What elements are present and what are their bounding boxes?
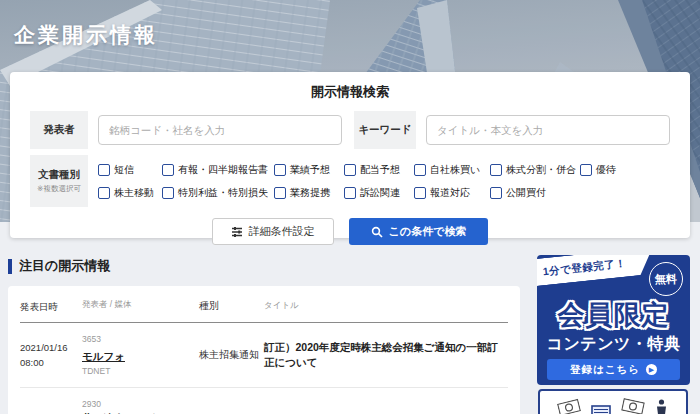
- doc-type-option-label: 短信: [114, 163, 134, 177]
- row-publisher: 3653モルフォTDNET: [82, 333, 199, 377]
- table-row: 2021/01/1419:002930北の達人コーポレーションTDNET英文No…: [20, 388, 508, 414]
- doc-type-checkbox[interactable]: [274, 187, 286, 199]
- search-panel-title: 開示情報検索: [10, 83, 690, 101]
- section-title-bar: [8, 259, 12, 274]
- banner-subheadline: コンテンツ・特典: [537, 334, 690, 355]
- doc-type-option[interactable]: 業績予想: [274, 163, 344, 177]
- company-link[interactable]: モルフォ: [82, 349, 125, 365]
- keyword-label: キーワード: [354, 111, 416, 149]
- banknote-icon: [557, 399, 581, 414]
- stock-code: 2930: [82, 398, 193, 411]
- row-publisher: 2930北の達人コーポレーションTDNET: [82, 398, 199, 414]
- doc-type-option[interactable]: 特別利益・特別損失: [162, 186, 274, 200]
- search-actions: 詳細条件設定 この条件で検索: [10, 218, 690, 245]
- featured-section: 注目の開示情報 発表日時 発表者 / 媒体 種別 タイトル 2021/01/16…: [8, 257, 520, 414]
- doc-type-option[interactable]: 株式分割・併合: [490, 163, 580, 177]
- doc-type-checkbox[interactable]: [98, 187, 110, 199]
- doc-type-option[interactable]: 配当予想: [344, 163, 414, 177]
- disclosure-title-link[interactable]: 訂正）2020年度定時株主総会招集ご通知の一部訂正について: [264, 340, 508, 372]
- search-button[interactable]: この条件で検索: [349, 218, 489, 245]
- doc-type-option[interactable]: 株主移動: [98, 186, 162, 200]
- search-button-label: この条件で検索: [389, 224, 467, 239]
- doc-type-option[interactable]: 有報・四半期報告書: [162, 163, 274, 177]
- banknote-icon: [621, 398, 645, 414]
- column-header-type: 種別: [199, 299, 264, 314]
- sparkle-icon: [634, 258, 648, 276]
- publisher-label: 発表者: [30, 111, 88, 149]
- doc-type-checkbox[interactable]: [414, 164, 426, 176]
- free-badge: 無料: [649, 262, 683, 296]
- publisher-input[interactable]: [98, 115, 342, 145]
- monitor-icon: [591, 405, 611, 414]
- keyword-input[interactable]: [426, 115, 670, 145]
- advanced-settings-label: 詳細条件設定: [249, 224, 315, 239]
- doc-type-option-label: 株主移動: [114, 186, 154, 200]
- doc-type-option-label: 業績予想: [290, 163, 330, 177]
- featured-section-title: 注目の開示情報: [8, 257, 520, 275]
- doc-type-option[interactable]: 訴訟関連: [344, 186, 414, 200]
- doc-type-checkbox[interactable]: [344, 187, 356, 199]
- banner-headline: 会員限定: [537, 297, 690, 333]
- tune-icon: [231, 226, 243, 238]
- doc-type-option-label: 業務提携: [290, 186, 330, 200]
- doc-type-option-label: 優待: [596, 163, 616, 177]
- stock-code: 3653: [82, 333, 193, 346]
- featured-table: 発表日時 発表者 / 媒体 種別 タイトル 2021/01/1608:00365…: [8, 286, 520, 414]
- doc-type-option-label: 特別利益・特別損失: [178, 186, 268, 200]
- search-form: 発表者 キーワード 文書種別 ※複数選択可 短信有報・四半期報告書業績予想配当予…: [30, 111, 670, 207]
- doc-type-option-label: 株式分割・併合: [506, 163, 576, 177]
- doc-type-option-label: 自社株買い: [430, 163, 480, 177]
- doc-type-checkbox[interactable]: [490, 187, 502, 199]
- doc-type-checkbox[interactable]: [414, 187, 426, 199]
- doc-type-option[interactable]: 短信: [98, 163, 162, 177]
- doc-type-label: 文書種別 ※複数選択可: [30, 155, 88, 207]
- doc-type-checkbox[interactable]: [98, 164, 110, 176]
- column-header-datetime: 発表日時: [20, 299, 82, 314]
- table-body: 2021/01/1608:003653モルフォTDNET株主招集通知訂正）202…: [20, 323, 508, 414]
- doc-type-option[interactable]: 報道対応: [414, 186, 490, 200]
- row-type: 株主招集通知: [199, 348, 264, 362]
- person-icon: [655, 399, 668, 414]
- doc-type-checkbox[interactable]: [162, 164, 174, 176]
- membership-banner[interactable]: 1分で登録完了！ 無料 会員限定 コンテンツ・特典 登録はこちら ▶: [537, 255, 690, 385]
- column-header-title: タイトル: [264, 299, 508, 314]
- doc-type-checkbox[interactable]: [274, 164, 286, 176]
- doc-type-option[interactable]: 自社株買い: [414, 163, 490, 177]
- promo-card-partial[interactable]: [538, 389, 688, 414]
- doc-type-option-label: 配当予想: [360, 163, 400, 177]
- advanced-settings-button[interactable]: 詳細条件設定: [212, 218, 334, 245]
- doc-type-checkbox-group: 短信有報・四半期報告書業績予想配当予想自社株買い株式分割・併合優待株主移動特別利…: [98, 155, 670, 207]
- table-header-row: 発表日時 発表者 / 媒体 種別 タイトル: [20, 292, 508, 323]
- column-header-publisher: 発表者 / 媒体: [82, 299, 199, 314]
- doc-type-option[interactable]: 公開買付: [490, 186, 580, 200]
- featured-title-text: 注目の開示情報: [19, 257, 110, 275]
- doc-type-option-label: 公開買付: [506, 186, 546, 200]
- row-datetime: 2021/01/1608:00: [20, 340, 82, 370]
- doc-type-checkbox[interactable]: [344, 164, 356, 176]
- search-panel: 開示情報検索 発表者 キーワード 文書種別 ※複数選択可 短信有報・四半期報告書…: [10, 72, 690, 238]
- register-button[interactable]: 登録はこちら ▶: [547, 359, 680, 380]
- doc-type-note: ※複数選択可: [37, 184, 81, 194]
- doc-type-option-label: 訴訟関連: [360, 186, 400, 200]
- doc-type-checkbox[interactable]: [162, 187, 174, 199]
- media-label: TDNET: [82, 365, 193, 378]
- arrow-circle-icon: ▶: [646, 364, 657, 375]
- doc-type-option-label: 報道対応: [430, 186, 470, 200]
- doc-type-option[interactable]: 業務提携: [274, 186, 344, 200]
- doc-type-checkbox[interactable]: [490, 164, 502, 176]
- doc-type-label-text: 文書種別: [38, 168, 80, 182]
- page-title: 企業開示情報: [14, 21, 158, 49]
- table-row: 2021/01/1608:003653モルフォTDNET株主招集通知訂正）202…: [20, 323, 508, 388]
- register-button-label: 登録はこちら: [570, 363, 640, 377]
- doc-type-option-label: 有報・四半期報告書: [178, 163, 268, 177]
- doc-type-checkbox[interactable]: [580, 164, 592, 176]
- search-icon: [371, 226, 383, 238]
- doc-type-option[interactable]: 優待: [580, 163, 634, 177]
